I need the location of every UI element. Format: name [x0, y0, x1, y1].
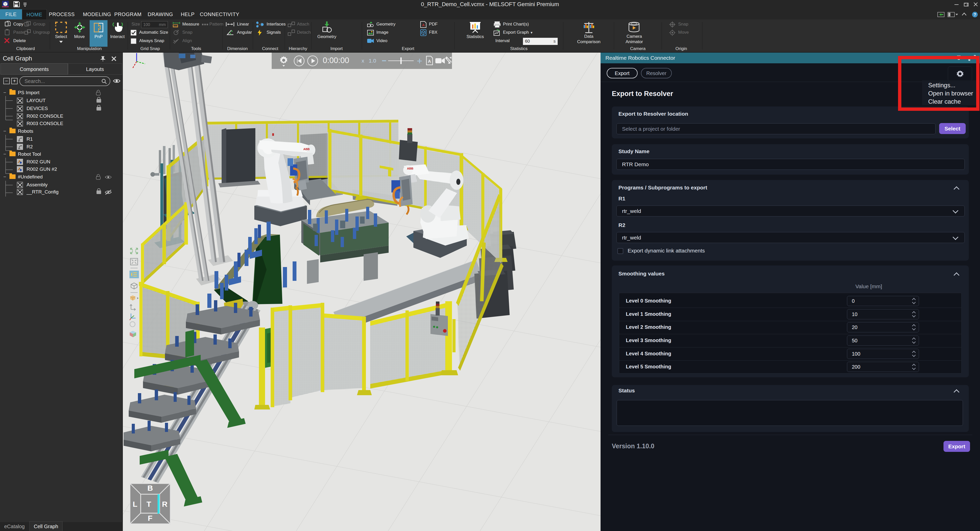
svg-text:A: A: [422, 23, 425, 27]
svg-text:B: B: [147, 484, 153, 492]
svg-text:ABB: ABB: [303, 148, 310, 151]
svg-text:F: F: [148, 514, 153, 522]
svg-text:T: T: [146, 500, 151, 508]
svg-text:?: ?: [974, 13, 976, 17]
svg-text:ABB: ABB: [407, 167, 414, 170]
svg-text:A: A: [428, 59, 431, 64]
svg-text:L: L: [133, 500, 137, 508]
svg-text:R: R: [162, 500, 167, 508]
